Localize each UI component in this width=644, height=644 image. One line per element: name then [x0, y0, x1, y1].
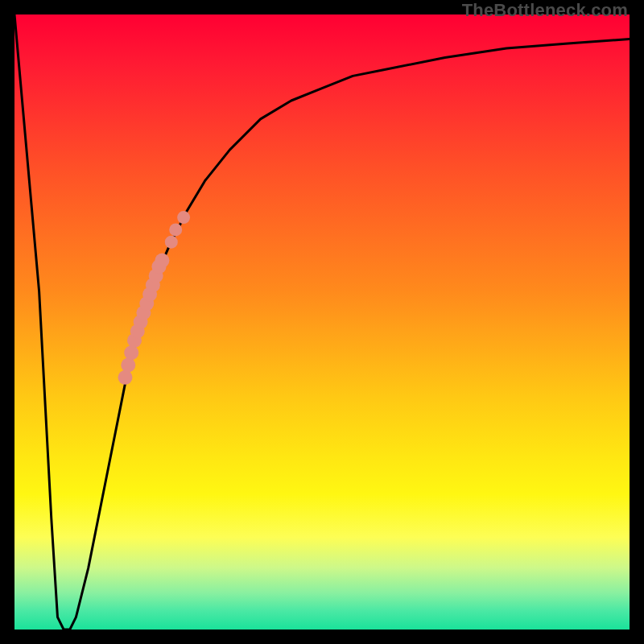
watermark-text: TheBottleneck.com: [462, 0, 628, 21]
highlight-dot: [169, 223, 182, 236]
highlight-dot: [177, 211, 190, 224]
highlight-dot: [121, 358, 135, 373]
highlight-dot: [118, 370, 133, 385]
chart-frame: TheBottleneck.com: [0, 0, 644, 644]
plot-area: [14, 14, 630, 630]
highlight-dot: [165, 236, 178, 249]
bottleneck-curve: [14, 14, 630, 630]
highlight-dot: [124, 345, 138, 360]
curve-layer: [14, 14, 630, 630]
highlight-dot: [155, 254, 169, 268]
